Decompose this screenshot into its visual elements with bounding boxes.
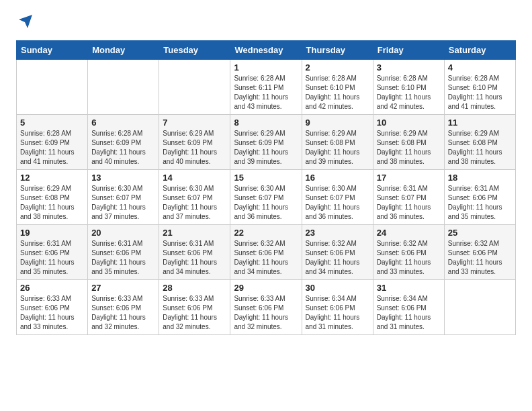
day-number: 13 bbox=[91, 173, 155, 183]
day-number: 10 bbox=[377, 118, 441, 128]
day-info: Sunrise: 6:33 AM Sunset: 6:06 PM Dayligh… bbox=[91, 294, 155, 332]
calendar-cell: 22Sunrise: 6:32 AM Sunset: 6:06 PM Dayli… bbox=[230, 225, 302, 280]
day-info: Sunrise: 6:34 AM Sunset: 6:06 PM Dayligh… bbox=[377, 294, 441, 332]
calendar-cell: 25Sunrise: 6:32 AM Sunset: 6:06 PM Dayli… bbox=[444, 225, 515, 280]
calendar-cell bbox=[17, 60, 88, 115]
calendar-cell: 16Sunrise: 6:30 AM Sunset: 6:07 PM Dayli… bbox=[302, 170, 373, 225]
day-number: 18 bbox=[448, 173, 512, 183]
calendar-cell: 11Sunrise: 6:29 AM Sunset: 6:08 PM Dayli… bbox=[444, 115, 515, 170]
day-info: Sunrise: 6:32 AM Sunset: 6:06 PM Dayligh… bbox=[234, 239, 298, 277]
day-number: 7 bbox=[163, 118, 226, 128]
day-info: Sunrise: 6:31 AM Sunset: 6:06 PM Dayligh… bbox=[448, 184, 512, 222]
calendar-col-thursday: Thursday bbox=[302, 41, 373, 60]
calendar-cell: 29Sunrise: 6:33 AM Sunset: 6:06 PM Dayli… bbox=[230, 280, 302, 335]
day-info: Sunrise: 6:30 AM Sunset: 6:07 PM Dayligh… bbox=[91, 184, 155, 222]
day-info: Sunrise: 6:29 AM Sunset: 6:09 PM Dayligh… bbox=[234, 129, 298, 167]
day-info: Sunrise: 6:31 AM Sunset: 6:06 PM Dayligh… bbox=[163, 239, 226, 277]
calendar-cell: 9Sunrise: 6:29 AM Sunset: 6:08 PM Daylig… bbox=[302, 115, 373, 170]
calendar-col-wednesday: Wednesday bbox=[230, 41, 302, 60]
day-info: Sunrise: 6:28 AM Sunset: 6:10 PM Dayligh… bbox=[377, 74, 441, 111]
calendar-cell: 15Sunrise: 6:30 AM Sunset: 6:07 PM Dayli… bbox=[230, 170, 302, 225]
calendar-cell: 12Sunrise: 6:29 AM Sunset: 6:08 PM Dayli… bbox=[17, 170, 88, 225]
day-info: Sunrise: 6:29 AM Sunset: 6:08 PM Dayligh… bbox=[306, 129, 369, 167]
calendar-table: SundayMondayTuesdayWednesdayThursdayFrid… bbox=[16, 40, 516, 335]
day-number: 27 bbox=[91, 283, 155, 293]
day-number: 24 bbox=[377, 228, 441, 238]
calendar-cell bbox=[88, 60, 159, 115]
day-number: 2 bbox=[306, 62, 369, 73]
day-number: 31 bbox=[377, 283, 441, 293]
day-number: 30 bbox=[306, 283, 369, 293]
calendar-cell: 30Sunrise: 6:34 AM Sunset: 6:06 PM Dayli… bbox=[302, 280, 373, 335]
calendar-cell: 27Sunrise: 6:33 AM Sunset: 6:06 PM Dayli… bbox=[88, 280, 159, 335]
calendar-cell: 2Sunrise: 6:28 AM Sunset: 6:10 PM Daylig… bbox=[302, 60, 373, 115]
day-number: 26 bbox=[20, 283, 84, 293]
day-info: Sunrise: 6:28 AM Sunset: 6:09 PM Dayligh… bbox=[91, 129, 155, 167]
logo-bird-icon bbox=[17, 13, 34, 30]
day-info: Sunrise: 6:29 AM Sunset: 6:08 PM Dayligh… bbox=[377, 129, 441, 167]
day-number: 3 bbox=[377, 62, 441, 73]
calendar-col-tuesday: Tuesday bbox=[159, 41, 230, 60]
day-info: Sunrise: 6:29 AM Sunset: 6:09 PM Dayligh… bbox=[163, 129, 226, 167]
calendar-header-row: SundayMondayTuesdayWednesdayThursdayFrid… bbox=[17, 41, 516, 60]
calendar-cell: 5Sunrise: 6:28 AM Sunset: 6:09 PM Daylig… bbox=[17, 115, 88, 170]
day-info: Sunrise: 6:28 AM Sunset: 6:10 PM Dayligh… bbox=[448, 74, 512, 111]
day-info: Sunrise: 6:31 AM Sunset: 6:06 PM Dayligh… bbox=[20, 239, 84, 277]
day-number: 9 bbox=[306, 118, 369, 128]
day-number: 5 bbox=[20, 118, 84, 128]
calendar-cell: 28Sunrise: 6:33 AM Sunset: 6:06 PM Dayli… bbox=[159, 280, 230, 335]
header bbox=[16, 13, 516, 30]
day-info: Sunrise: 6:33 AM Sunset: 6:06 PM Dayligh… bbox=[20, 294, 84, 332]
calendar-cell: 31Sunrise: 6:34 AM Sunset: 6:06 PM Dayli… bbox=[373, 280, 444, 335]
calendar-week-4: 19Sunrise: 6:31 AM Sunset: 6:06 PM Dayli… bbox=[17, 225, 516, 280]
calendar-cell: 13Sunrise: 6:30 AM Sunset: 6:07 PM Dayli… bbox=[88, 170, 159, 225]
calendar-col-friday: Friday bbox=[373, 41, 444, 60]
day-info: Sunrise: 6:28 AM Sunset: 6:09 PM Dayligh… bbox=[20, 129, 84, 167]
day-number: 28 bbox=[163, 283, 226, 293]
calendar-cell: 20Sunrise: 6:31 AM Sunset: 6:06 PM Dayli… bbox=[88, 225, 159, 280]
day-number: 21 bbox=[163, 228, 226, 238]
day-info: Sunrise: 6:33 AM Sunset: 6:06 PM Dayligh… bbox=[163, 294, 226, 332]
calendar-cell: 24Sunrise: 6:32 AM Sunset: 6:06 PM Dayli… bbox=[373, 225, 444, 280]
calendar-cell: 3Sunrise: 6:28 AM Sunset: 6:10 PM Daylig… bbox=[373, 60, 444, 115]
day-info: Sunrise: 6:29 AM Sunset: 6:08 PM Dayligh… bbox=[20, 184, 84, 222]
calendar-cell: 26Sunrise: 6:33 AM Sunset: 6:06 PM Dayli… bbox=[17, 280, 88, 335]
day-number: 15 bbox=[234, 173, 298, 183]
day-info: Sunrise: 6:31 AM Sunset: 6:07 PM Dayligh… bbox=[377, 184, 441, 222]
calendar-week-5: 26Sunrise: 6:33 AM Sunset: 6:06 PM Dayli… bbox=[17, 280, 516, 335]
day-info: Sunrise: 6:28 AM Sunset: 6:10 PM Dayligh… bbox=[306, 74, 369, 111]
day-info: Sunrise: 6:30 AM Sunset: 6:07 PM Dayligh… bbox=[163, 184, 226, 222]
day-info: Sunrise: 6:33 AM Sunset: 6:06 PM Dayligh… bbox=[234, 294, 298, 332]
calendar-cell: 19Sunrise: 6:31 AM Sunset: 6:06 PM Dayli… bbox=[17, 225, 88, 280]
calendar-week-1: 1Sunrise: 6:28 AM Sunset: 6:11 PM Daylig… bbox=[17, 60, 516, 115]
logo bbox=[16, 13, 34, 30]
day-number: 25 bbox=[448, 228, 512, 238]
day-info: Sunrise: 6:34 AM Sunset: 6:06 PM Dayligh… bbox=[306, 294, 369, 332]
day-info: Sunrise: 6:32 AM Sunset: 6:06 PM Dayligh… bbox=[377, 239, 441, 277]
calendar-cell bbox=[444, 280, 515, 335]
day-number: 6 bbox=[91, 118, 155, 128]
calendar-col-monday: Monday bbox=[88, 41, 159, 60]
day-number: 23 bbox=[306, 228, 369, 238]
day-number: 4 bbox=[448, 62, 512, 73]
day-number: 20 bbox=[91, 228, 155, 238]
calendar-cell: 4Sunrise: 6:28 AM Sunset: 6:10 PM Daylig… bbox=[444, 60, 515, 115]
day-info: Sunrise: 6:29 AM Sunset: 6:08 PM Dayligh… bbox=[448, 129, 512, 167]
day-info: Sunrise: 6:30 AM Sunset: 6:07 PM Dayligh… bbox=[234, 184, 298, 222]
calendar-week-2: 5Sunrise: 6:28 AM Sunset: 6:09 PM Daylig… bbox=[17, 115, 516, 170]
day-number: 17 bbox=[377, 173, 441, 183]
day-number: 29 bbox=[234, 283, 298, 293]
calendar-cell: 1Sunrise: 6:28 AM Sunset: 6:11 PM Daylig… bbox=[230, 60, 302, 115]
calendar-cell bbox=[159, 60, 230, 115]
calendar-cell: 10Sunrise: 6:29 AM Sunset: 6:08 PM Dayli… bbox=[373, 115, 444, 170]
day-number: 22 bbox=[234, 228, 298, 238]
calendar-cell: 21Sunrise: 6:31 AM Sunset: 6:06 PM Dayli… bbox=[159, 225, 230, 280]
calendar-cell: 7Sunrise: 6:29 AM Sunset: 6:09 PM Daylig… bbox=[159, 115, 230, 170]
calendar-col-saturday: Saturday bbox=[444, 41, 515, 60]
day-number: 1 bbox=[234, 62, 298, 73]
calendar-cell: 18Sunrise: 6:31 AM Sunset: 6:06 PM Dayli… bbox=[444, 170, 515, 225]
day-number: 8 bbox=[234, 118, 298, 128]
calendar-cell: 14Sunrise: 6:30 AM Sunset: 6:07 PM Dayli… bbox=[159, 170, 230, 225]
day-number: 14 bbox=[163, 173, 226, 183]
day-number: 19 bbox=[20, 228, 84, 238]
